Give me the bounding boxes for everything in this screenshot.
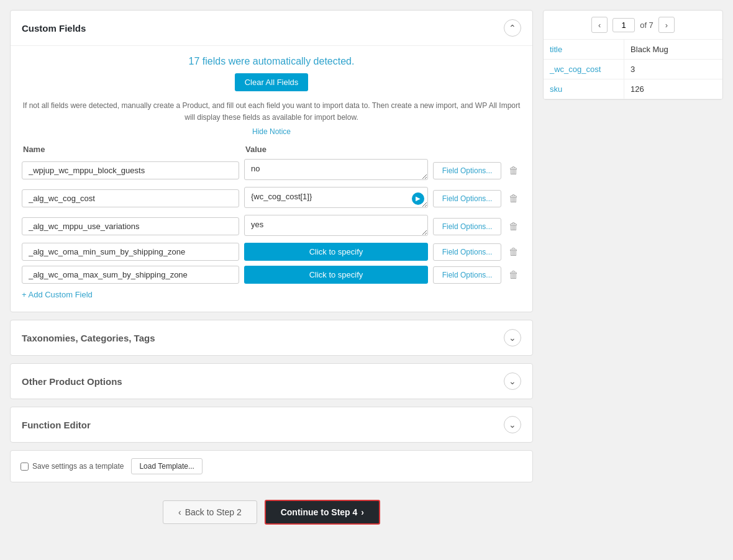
save-template-checkbox[interactable] bbox=[20, 463, 29, 471]
field-value-wrap-2: {wc_cog_cost[1]} ▶ bbox=[244, 187, 428, 210]
delete-field-button-1[interactable]: 🗑 bbox=[506, 163, 521, 179]
custom-fields-header[interactable]: Custom Fields ⌃ bbox=[11, 11, 532, 45]
click-to-specify-button-2[interactable]: Click to specify bbox=[244, 266, 428, 284]
field-row: Click to specify Field Options... 🗑 bbox=[22, 266, 521, 284]
continue-btn-label: Continue to Step 4 bbox=[281, 507, 358, 517]
delete-field-button-5[interactable]: 🗑 bbox=[506, 267, 521, 283]
function-editor-collapse-btn[interactable]: ⌄ bbox=[504, 416, 521, 433]
custom-fields-body: 17 fields were automatically detected. C… bbox=[11, 45, 532, 312]
preview-field-val-3: 126 bbox=[624, 79, 722, 99]
auto-detect-message: 17 fields were automatically detected. bbox=[22, 56, 521, 67]
taxonomies-collapse-btn[interactable]: ⌄ bbox=[504, 329, 521, 346]
preview-field-key-1: title bbox=[544, 40, 624, 60]
preview-field-key-3: sku bbox=[544, 79, 624, 99]
preview-table-row: sku 126 bbox=[544, 79, 722, 99]
continue-arrow-icon: › bbox=[361, 507, 364, 517]
delete-field-button-2[interactable]: 🗑 bbox=[506, 191, 521, 207]
preview-table-row: title Black Mug bbox=[544, 40, 722, 60]
preview-of-text: of 7 bbox=[640, 20, 653, 30]
field-options-button-5[interactable]: Field Options... bbox=[433, 266, 501, 284]
navigation-bar: ‹ Back to Step 2 Continue to Step 4 › bbox=[10, 490, 533, 535]
other-product-options-card: Other Product Options ⌄ bbox=[10, 363, 533, 399]
preview-next-btn[interactable]: › bbox=[658, 17, 675, 33]
field-name-input-3[interactable] bbox=[22, 217, 239, 235]
clear-all-fields-button[interactable]: Clear All Fields bbox=[235, 73, 309, 91]
back-to-step-button[interactable]: ‹ Back to Step 2 bbox=[163, 500, 257, 524]
field-options-button-1[interactable]: Field Options... bbox=[433, 162, 501, 179]
preview-table-row: _wc_cog_cost 3 bbox=[544, 60, 722, 79]
function-editor-card: Function Editor ⌄ bbox=[10, 407, 533, 443]
left-panel: Custom Fields ⌃ 17 fields were automatic… bbox=[10, 10, 533, 535]
other-product-options-collapse-btn[interactable]: ⌄ bbox=[504, 373, 521, 390]
other-product-options-title: Other Product Options bbox=[22, 376, 122, 387]
function-editor-header[interactable]: Function Editor ⌄ bbox=[11, 407, 532, 442]
preview-field-val-1: Black Mug bbox=[624, 40, 722, 60]
field-row: Click to specify Field Options... 🗑 bbox=[22, 243, 521, 261]
back-btn-label: Back to Step 2 bbox=[185, 507, 242, 517]
taxonomies-header[interactable]: Taxonomies, Categories, Tags ⌄ bbox=[11, 320, 532, 355]
field-value-input-2[interactable]: {wc_cog_cost[1]} bbox=[244, 187, 428, 208]
field-value-wrap-5: Click to specify bbox=[244, 266, 428, 284]
field-name-input-1[interactable] bbox=[22, 161, 239, 179]
field-name-input-2[interactable] bbox=[22, 189, 239, 207]
notice-text: If not all fields were detected, manuall… bbox=[22, 100, 521, 124]
preview-field-val-2: 3 bbox=[624, 60, 722, 79]
field-row: yes Field Options... 🗑 bbox=[22, 215, 521, 238]
delete-field-button-3[interactable]: 🗑 bbox=[506, 219, 521, 235]
save-template-text: Save settings as a template bbox=[32, 462, 124, 471]
preview-page-input[interactable] bbox=[612, 18, 635, 32]
field-options-button-3[interactable]: Field Options... bbox=[433, 218, 501, 235]
other-product-options-header[interactable]: Other Product Options ⌄ bbox=[11, 364, 532, 399]
field-row: no Field Options... 🗑 bbox=[22, 159, 521, 182]
custom-fields-card: Custom Fields ⌃ 17 fields were automatic… bbox=[10, 10, 533, 312]
right-panel: ‹ of 7 › title Black Mug _wc_cog_cost 3 bbox=[543, 10, 723, 535]
custom-fields-title: Custom Fields bbox=[22, 23, 86, 34]
continue-to-step-button[interactable]: Continue to Step 4 › bbox=[265, 500, 380, 525]
function-editor-title: Function Editor bbox=[22, 420, 91, 430]
name-column-header: Name bbox=[23, 145, 240, 154]
field-name-input-4[interactable] bbox=[22, 243, 239, 261]
field-value-wrap-4: Click to specify bbox=[244, 243, 428, 261]
back-arrow-icon: ‹ bbox=[178, 507, 181, 517]
field-value-input-1[interactable]: no bbox=[244, 159, 428, 180]
preview-card: ‹ of 7 › title Black Mug _wc_cog_cost 3 bbox=[543, 10, 723, 100]
delete-field-button-4[interactable]: 🗑 bbox=[506, 244, 521, 260]
save-template-label: Save settings as a template bbox=[20, 462, 124, 471]
value-column-header: Value bbox=[245, 145, 266, 154]
bottom-bar: Save settings as a template Load Templat… bbox=[10, 450, 533, 482]
load-template-button[interactable]: Load Template... bbox=[131, 458, 203, 474]
auto-detect-banner: 17 fields were automatically detected. C… bbox=[22, 56, 521, 91]
add-custom-field-link[interactable]: + Add Custom Field bbox=[22, 290, 521, 299]
preview-table: title Black Mug _wc_cog_cost 3 sku 126 bbox=[544, 40, 722, 99]
hide-notice-link[interactable]: Hide Notice bbox=[22, 127, 521, 136]
preview-prev-btn[interactable]: ‹ bbox=[591, 17, 608, 33]
taxonomies-title: Taxonomies, Categories, Tags bbox=[22, 333, 155, 343]
fields-table-header: Name Value bbox=[22, 145, 521, 154]
click-to-specify-button-1[interactable]: Click to specify bbox=[244, 243, 428, 261]
field-value-input-3[interactable]: yes bbox=[244, 215, 428, 236]
field-value-wrap-3: yes bbox=[244, 215, 428, 238]
field-value-wrap-1: no bbox=[244, 159, 428, 182]
field-options-button-4[interactable]: Field Options... bbox=[433, 243, 501, 261]
field-row: {wc_cog_cost[1]} ▶ Field Options... 🗑 bbox=[22, 187, 521, 210]
field-options-button-2[interactable]: Field Options... bbox=[433, 190, 501, 207]
preview-nav: ‹ of 7 › bbox=[544, 11, 722, 40]
refresh-icon[interactable]: ▶ bbox=[412, 192, 424, 205]
custom-fields-collapse-btn[interactable]: ⌃ bbox=[504, 19, 521, 37]
field-name-input-5[interactable] bbox=[22, 266, 239, 284]
page-wrapper: Custom Fields ⌃ 17 fields were automatic… bbox=[0, 0, 733, 544]
preview-field-key-2: _wc_cog_cost bbox=[544, 60, 624, 79]
taxonomies-card: Taxonomies, Categories, Tags ⌄ bbox=[10, 320, 533, 356]
